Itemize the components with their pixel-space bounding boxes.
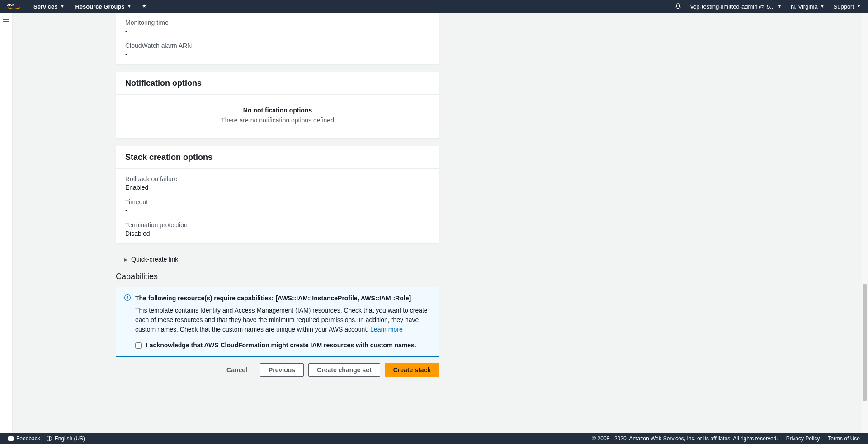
aws-logo[interactable]: aws — [7, 2, 21, 10]
nav-notifications[interactable] — [675, 3, 681, 9]
pin-icon — [142, 4, 146, 9]
nav-account[interactable]: vcp-testing-limitted-admin @ 5...▼ — [690, 3, 782, 10]
nav-support-label: Support — [834, 3, 854, 10]
nav-account-label: vcp-testing-limitted-admin @ 5... — [690, 3, 775, 10]
caret-down-icon: ▼ — [821, 4, 825, 9]
nav-pin[interactable] — [142, 4, 146, 9]
bell-icon — [675, 3, 681, 9]
nav-resource-groups-label: Resource Groups — [75, 3, 124, 10]
nav-region[interactable]: N. Virginia▼ — [791, 3, 825, 10]
caret-down-icon: ▼ — [127, 4, 132, 9]
nav-services-label: Services — [33, 3, 58, 10]
svg-text:aws: aws — [7, 3, 14, 7]
nav-resource-groups[interactable]: Resource Groups▼ — [75, 3, 131, 10]
caret-down-icon: ▼ — [778, 4, 782, 9]
caret-down-icon: ▼ — [857, 4, 861, 9]
nav-region-label: N. Virginia — [791, 3, 818, 10]
nav-services[interactable]: Services▼ — [33, 3, 64, 10]
top-nav: aws Services▼ Resource Groups▼ vcp-testi… — [0, 0, 868, 13]
caret-down-icon: ▼ — [61, 4, 65, 9]
nav-support[interactable]: Support▼ — [834, 3, 861, 10]
